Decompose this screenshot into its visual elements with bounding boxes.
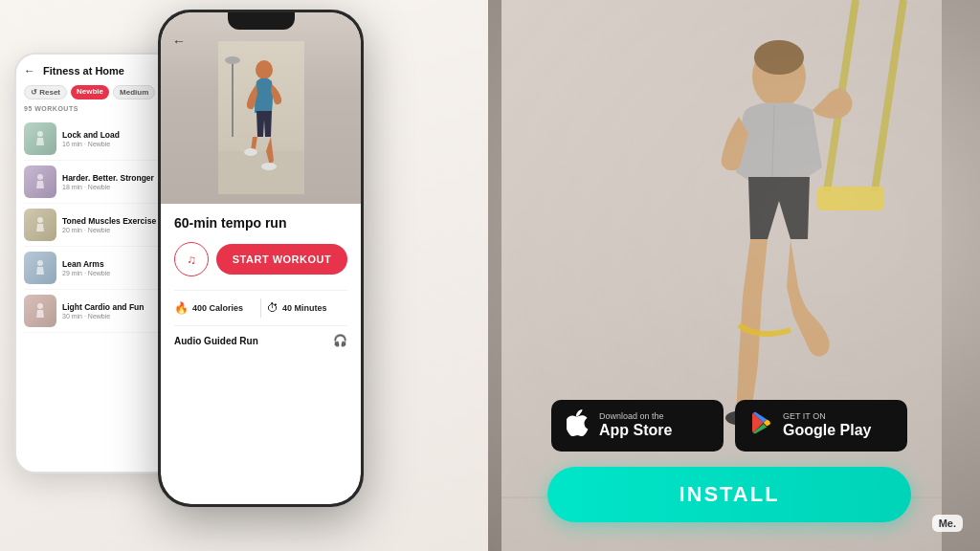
svg-point-22	[244, 148, 257, 156]
apple-icon	[567, 409, 590, 442]
workout-info: Harder. Better. Stronger 18 min · Newbie	[62, 173, 154, 190]
svg-point-17	[225, 56, 240, 64]
appstore-mainlabel: App Store	[599, 421, 672, 439]
workout-info: Lean Arms 29 min · Newbie	[62, 259, 110, 276]
workout-name: Lock and Load	[62, 130, 120, 140]
minutes-stat: ⏱ 40 Minutes	[267, 301, 347, 315]
workout-thumbnail	[24, 209, 56, 241]
runner-image	[218, 41, 304, 194]
workout-hero-image: ←	[161, 12, 361, 204]
svg-point-12	[37, 217, 43, 223]
stat-divider	[260, 298, 261, 318]
audio-guided-label: Audio Guided Run	[174, 336, 258, 346]
svg-point-21	[261, 163, 277, 170]
workout-thumbnail	[24, 165, 56, 198]
workout-info: Lock and Load 16 min · Newbie	[62, 130, 120, 147]
googleplay-icon	[750, 411, 773, 440]
workout-meta: 30 min · Newbie	[62, 313, 144, 320]
fire-icon: 🔥	[174, 301, 189, 315]
music-button[interactable]: ♫	[174, 242, 209, 276]
audio-row: Audio Guided Run 🎧	[174, 334, 347, 347]
workout-name: Lean Arms	[62, 259, 110, 269]
newbie-filter-button[interactable]: Newbie	[71, 85, 109, 99]
phone-notch	[228, 12, 295, 30]
workout-meta: 29 min · Newbie	[62, 270, 110, 276]
airpods-icon: 🎧	[333, 334, 347, 347]
workout-name: Harder. Better. Stronger	[62, 173, 154, 183]
workout-name: Toned Muscles Exercise	[62, 216, 156, 226]
detail-back-arrow-icon[interactable]: ←	[172, 33, 186, 49]
medium-filter-button[interactable]: Medium	[113, 85, 155, 99]
appstore-button[interactable]: Download on the App Store	[551, 400, 724, 452]
workout-name: Light Cardio and Fun	[62, 302, 144, 312]
workout-detail-title: 60-min tempo run	[174, 215, 347, 231]
workout-thumbnail	[24, 122, 56, 155]
svg-point-11	[37, 174, 43, 180]
svg-point-14	[37, 303, 43, 309]
svg-point-20	[256, 60, 273, 79]
workout-thumbnail	[24, 295, 56, 327]
workout-meta: 20 min · Newbie	[62, 227, 156, 233]
back-arrow-icon[interactable]: ←	[24, 64, 35, 77]
appstore-sublabel: Download on the	[599, 412, 672, 421]
googleplay-sublabel: GET IT ON	[783, 412, 871, 421]
action-row: ♫ START WORKOUT	[174, 242, 347, 276]
workout-thumbnail	[24, 252, 56, 284]
phone-detail-screen: ←	[158, 10, 364, 507]
workout-meta: 18 min · Newbie	[62, 184, 154, 190]
reset-filter-button[interactable]: ↺ Reset	[24, 85, 67, 99]
left-panel: ← Fitness at Home ↺ Reset Newbie Medium …	[0, 0, 488, 551]
right-overlay: Download on the App Store GET IT ON Goog…	[479, 0, 980, 551]
list-title: Fitness at Home	[43, 65, 124, 77]
calories-value: 400 Calories	[192, 303, 243, 313]
svg-point-13	[37, 260, 43, 266]
install-button[interactable]: INSTALL	[547, 467, 911, 522]
calories-stat: 🔥 400 Calories	[174, 301, 255, 315]
appstore-text: Download on the App Store	[599, 412, 672, 439]
start-workout-button[interactable]: START WORKOUT	[216, 244, 347, 275]
workout-detail-content: 60-min tempo run ♫ START WORKOUT 🔥 400 C…	[161, 204, 361, 504]
minutes-value: 40 Minutes	[282, 303, 327, 313]
svg-rect-19	[218, 151, 304, 194]
googleplay-mainlabel: Google Play	[783, 421, 871, 439]
workout-info: Toned Muscles Exercise 20 min · Newbie	[62, 216, 156, 233]
workout-meta: 16 min · Newbie	[62, 141, 120, 147]
stats-row: 🔥 400 Calories ⏱ 40 Minutes	[174, 290, 347, 326]
timer-icon: ⏱	[267, 301, 278, 315]
workout-info: Light Cardio and Fun 30 min · Newbie	[62, 302, 144, 320]
googleplay-text: GET IT ON Google Play	[783, 412, 871, 439]
watermark: Me.	[932, 515, 963, 532]
store-buttons-row: Download on the App Store GET IT ON Goog…	[551, 400, 907, 452]
svg-point-10	[37, 131, 43, 137]
googleplay-button[interactable]: GET IT ON Google Play	[735, 400, 907, 452]
